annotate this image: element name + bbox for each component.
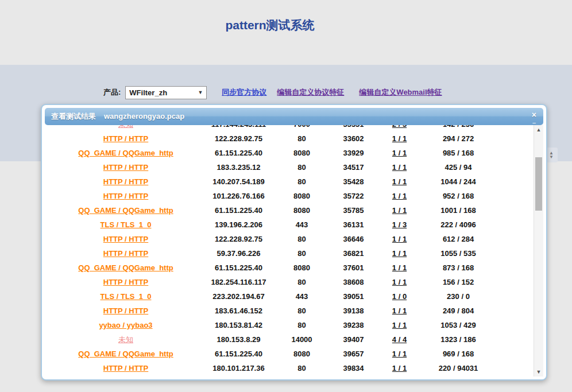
ratio-cell: 2 / 3: [378, 125, 421, 129]
protocol-link[interactable]: HTTP / HTTP: [103, 249, 148, 258]
scrollbar-thumb[interactable]: [535, 157, 542, 211]
bytes-value: 294 / 272: [443, 134, 474, 143]
ratio-link[interactable]: 1 / 1: [392, 306, 407, 315]
protocol-link[interactable]: QQ_GAME / QQGame_http: [78, 206, 173, 215]
port-cell: 80: [275, 278, 329, 286]
ratio-link[interactable]: 1 / 1: [392, 263, 407, 272]
port-value: 8080: [293, 350, 310, 358]
bytes-value: 230 / 0: [447, 292, 470, 301]
ratio-link[interactable]: 1 / 1: [392, 192, 407, 200]
ratio-cell: 1 / 1: [378, 350, 421, 358]
product-select-value: WFilter_zh: [129, 88, 167, 97]
edit-custom-protocol-link[interactable]: 编辑自定义协议特征: [277, 87, 344, 98]
protocol-link[interactable]: QQ_GAME / QQGame_http: [78, 350, 173, 358]
port-cell: 7000: [275, 125, 329, 129]
ratio-link[interactable]: 1 / 1: [392, 235, 407, 243]
stream-value: 39657: [343, 350, 364, 358]
chevron-down-icon: ▼: [198, 90, 203, 95]
sync-official-protocol-link[interactable]: 同步官方协议: [222, 87, 266, 98]
protocol-link[interactable]: 未知: [118, 335, 133, 344]
port-cell: 14000: [275, 335, 329, 344]
bytes-cell: 612 / 284: [421, 235, 496, 243]
protocol-link[interactable]: HTTP / HTTP: [103, 235, 148, 243]
ratio-link[interactable]: 1 / 1: [392, 134, 407, 143]
protocol-link[interactable]: HTTP / HTTP: [103, 278, 148, 286]
table-row: QQ_GAME / QQGame_http61.151.225.40808035…: [49, 203, 532, 218]
port-cell: 80: [275, 177, 329, 186]
scrollbar-up-icon[interactable]: ▲: [534, 127, 543, 133]
stream-cell: 39238: [329, 321, 378, 329]
port-cell: 443: [275, 220, 329, 229]
stream-cell: 35428: [329, 177, 378, 186]
table-row: QQ_GAME / QQGame_http61.151.225.40808033…: [49, 146, 532, 160]
table-row: HTTP / HTTP101.226.76.1668080357221 / 19…: [49, 189, 532, 203]
protocol-link[interactable]: HTTP / HTTP: [103, 364, 148, 372]
ip-cell: 183.3.235.12: [203, 163, 275, 172]
ratio-link[interactable]: 1 / 1: [392, 177, 407, 186]
bytes-cell: 294 / 272: [421, 134, 496, 143]
close-icon[interactable]: ×: [532, 110, 536, 119]
port-value: 80: [297, 321, 306, 329]
protocol-link[interactable]: TLS / TLS_1_0: [101, 220, 152, 229]
ip-value: 61.151.225.40: [215, 263, 262, 272]
bytes-cell: 952 / 168: [421, 192, 496, 200]
ratio-link[interactable]: 1 / 1: [392, 206, 407, 215]
protocol-link[interactable]: 未知: [118, 125, 133, 129]
ratio-link[interactable]: 1 / 1: [392, 278, 407, 286]
ratio-link[interactable]: 4 / 4: [392, 335, 407, 344]
protocol-link[interactable]: QQ_GAME / QQGame_http: [78, 263, 173, 272]
protocol-link[interactable]: HTTP / HTTP: [103, 163, 148, 172]
stream-cell: 33929: [329, 149, 378, 157]
protocol-link[interactable]: HTTP / HTTP: [103, 192, 148, 200]
ratio-link[interactable]: 1 / 1: [392, 321, 407, 329]
bytes-cell: 985 / 168: [421, 149, 496, 157]
bytes-cell: 142 / 256: [421, 125, 496, 129]
bytes-value: 1044 / 244: [440, 177, 476, 186]
ratio-link[interactable]: 1 / 3: [392, 220, 407, 229]
bytes-value: 1001 / 168: [440, 206, 476, 215]
dialog-scrollbar[interactable]: ▲ ▼: [534, 125, 543, 377]
dialog-titlebar[interactable]: 查看测试结果wangzherongyao.pcap × –: [45, 108, 543, 125]
stream-value: 36646: [343, 235, 364, 243]
table-row: HTTP / HTTP59.37.96.22680368211 / 11055 …: [49, 246, 532, 261]
protocol-link[interactable]: HTTP / HTTP: [103, 306, 148, 315]
ip-cell: 117.144.245.111: [203, 125, 275, 129]
protocol-cell: 未知: [49, 125, 203, 130]
table-row: TLS / TLS_1_0139.196.2.206443361311 / 32…: [49, 218, 532, 232]
port-value: 443: [296, 220, 308, 229]
ratio-link[interactable]: 2 / 3: [392, 125, 407, 129]
table-row: HTTP / HTTP180.101.217.3680398341 / 1220…: [49, 361, 532, 375]
protocol-link[interactable]: TLS / TLS_1_0: [101, 292, 152, 301]
stream-value: 36821: [343, 249, 364, 258]
protocol-link[interactable]: yybao / yybao3: [99, 321, 152, 329]
scrollbar-down-icon[interactable]: ▼: [534, 369, 543, 375]
ratio-link[interactable]: 1 / 1: [392, 249, 407, 258]
ratio-link[interactable]: 1 / 0: [392, 292, 407, 301]
ratio-link[interactable]: 1 / 1: [392, 149, 407, 157]
scroll-down-icon: ▼: [549, 155, 554, 159]
table-row: HTTP / HTTP122.228.92.7580336021 / 1294 …: [49, 131, 532, 146]
ratio-link[interactable]: 1 / 1: [392, 364, 407, 372]
ratio-link[interactable]: 1 / 1: [392, 350, 407, 358]
protocol-link[interactable]: HTTP / HTTP: [103, 134, 148, 143]
product-select[interactable]: WFilter_zh ▼: [125, 86, 207, 99]
ip-value: 140.207.54.189: [212, 177, 264, 186]
stream-value: 34517: [343, 163, 364, 172]
ip-value: 117.144.245.111: [211, 125, 266, 129]
bytes-cell: 249 / 804: [421, 306, 496, 315]
dialog-title: 查看测试结果wangzherongyao.pcap: [45, 108, 543, 125]
bytes-value: 220 / 94031: [439, 364, 478, 372]
stream-value: 39834: [343, 364, 364, 372]
bytes-value: 985 / 168: [443, 149, 474, 157]
ip-value: 61.151.225.40: [215, 149, 262, 157]
protocol-link[interactable]: HTTP / HTTP: [103, 177, 148, 186]
protocol-link[interactable]: QQ_GAME / QQGame_http: [78, 149, 173, 157]
ip-cell: 180.153.8.29: [203, 335, 275, 344]
protocol-cell: HTTP / HTTP: [49, 306, 203, 315]
bytes-value: 425 / 94: [445, 163, 472, 172]
protocol-cell: QQ_GAME / QQGame_http: [49, 350, 203, 358]
edit-custom-webmail-link[interactable]: 编辑自定义Webmail特征: [359, 87, 442, 98]
ip-cell: 61.151.225.40: [203, 206, 275, 215]
port-value: 80: [297, 163, 306, 172]
ratio-link[interactable]: 1 / 1: [392, 163, 407, 172]
